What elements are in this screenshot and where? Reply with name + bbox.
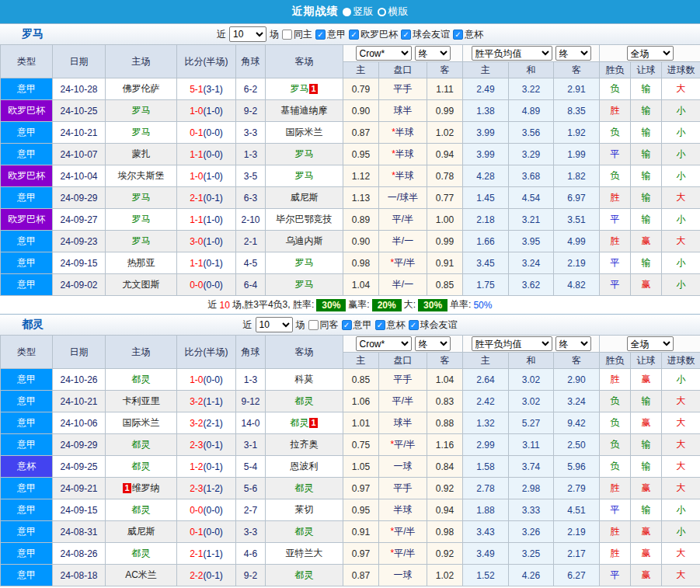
team-link[interactable]: 都灵 (132, 461, 151, 471)
score-link[interactable]: 1-1(1-0) (190, 214, 223, 225)
team-link[interactable]: 罗马 (132, 214, 151, 224)
match-count-select[interactable]: 10 (229, 26, 266, 42)
team-link[interactable]: 佛罗伦萨 (123, 83, 160, 94)
league-checkbox[interactable]: ✓意杯 (453, 28, 483, 41)
team-link[interactable]: 蒙扎 (132, 148, 151, 159)
score-link[interactable]: 1-1(0-0) (190, 149, 223, 160)
team-link[interactable]: 都灵 (295, 526, 314, 537)
score-link[interactable]: 0-1(0-0) (190, 127, 223, 138)
fulltime-select[interactable]: 全场 (627, 46, 674, 61)
team-link[interactable]: 卡利亚里 (123, 395, 160, 406)
checkbox-checked-icon[interactable]: ✓ (349, 30, 359, 40)
score-link[interactable]: 1-0(0-0) (190, 374, 223, 385)
fulltime-select[interactable]: 全场 (627, 336, 674, 351)
score-link[interactable]: 0-0(0-0) (190, 505, 223, 516)
same-venue-checkbox[interactable]: 同主 (282, 28, 312, 41)
league-label: 意杯 (387, 318, 406, 332)
radio-option-horizontal[interactable]: 横版 (378, 5, 409, 19)
score-link[interactable]: 2-2(0-1) (190, 570, 223, 581)
team-link[interactable]: 科莫 (295, 374, 314, 384)
goals-ou-cell: 小 (662, 122, 700, 144)
radio-selected-icon[interactable] (343, 8, 351, 16)
odds-final-select[interactable]: 终 (415, 46, 451, 61)
match-count-select[interactable]: 10 (256, 317, 293, 332)
radio-unselected-icon[interactable] (378, 8, 386, 16)
same-venue-checkbox[interactable]: 同客 (308, 318, 339, 332)
league-checkbox[interactable]: ✓意甲 (342, 318, 372, 332)
score-link[interactable]: 2-3(1-2) (190, 483, 223, 494)
team-link[interactable]: 维罗纳 (132, 482, 160, 493)
team-link[interactable]: 国际米兰 (286, 127, 323, 137)
team-link[interactable]: 都灵 (295, 569, 314, 580)
team-link[interactable]: 威尼斯 (127, 526, 155, 537)
league-checkbox[interactable]: ✓意杯 (375, 318, 406, 332)
team-link[interactable]: 都灵 (132, 439, 151, 450)
score-link[interactable]: 3-0(1-0) (190, 236, 223, 247)
checkbox-unchecked-icon[interactable] (282, 30, 292, 40)
corners-cell: 3-3 (236, 122, 266, 144)
league-checkbox[interactable]: ✓球会友谊 (401, 28, 450, 41)
team-link[interactable]: 国际米兰 (123, 417, 160, 428)
team-link[interactable]: 都灵 (132, 374, 151, 384)
team-link[interactable]: 都灵 (132, 548, 151, 558)
team-link[interactable]: 莱切 (295, 504, 314, 515)
checkbox-checked-icon[interactable]: ✓ (409, 320, 419, 330)
team-link[interactable]: 都灵 (132, 504, 151, 515)
avg-type-select[interactable]: 胜平负均值 (472, 46, 552, 61)
team-link[interactable]: 罗马 (295, 257, 314, 268)
team-link[interactable]: 都灵 (295, 395, 314, 406)
league-type-badge: 欧罗巴杯 (1, 100, 53, 122)
team-link[interactable]: 毕尔巴鄂竞技 (277, 214, 333, 224)
team-link[interactable]: 都灵 (290, 417, 308, 428)
score-link[interactable]: 2-1(1-1) (190, 548, 223, 559)
score-link[interactable]: 0-1(0-0) (190, 527, 223, 538)
score-link[interactable]: 1-1(0-1) (190, 258, 223, 269)
league-checkbox[interactable]: ✓球会友谊 (409, 318, 458, 332)
score-link[interactable]: 3-2(1-1) (190, 396, 223, 407)
team-link[interactable]: 罗马 (132, 192, 151, 203)
score-link[interactable]: 1-2(0-1) (190, 461, 223, 472)
checkbox-checked-icon[interactable]: ✓ (315, 30, 326, 40)
score-link[interactable]: 3-2(2-1) (190, 418, 223, 429)
avg-final-select[interactable]: 终 (555, 336, 591, 351)
team-link[interactable]: AC米兰 (125, 569, 157, 580)
team-link[interactable]: 罗马 (295, 148, 314, 159)
checkbox-unchecked-icon[interactable] (308, 320, 319, 330)
league-checkbox[interactable]: ✓欧罗巴杯 (349, 28, 398, 41)
handicap-result-cell: 输 (631, 122, 662, 144)
avg-final-select[interactable]: 终 (555, 46, 591, 61)
team-link[interactable]: 都灵 (295, 482, 314, 493)
team-link[interactable]: 罗马 (132, 235, 151, 246)
team-link[interactable]: 威尼斯 (291, 192, 319, 203)
team-link[interactable]: 基辅迪纳摩 (281, 105, 328, 116)
team-link[interactable]: 罗马 (295, 279, 314, 290)
team-link[interactable]: 热那亚 (127, 257, 155, 268)
score-link[interactable]: 2-1(0-1) (190, 193, 223, 204)
score-link[interactable]: 5-1(3-1) (190, 84, 223, 95)
team-link[interactable]: 罗马 (132, 127, 151, 137)
league-checkbox[interactable]: ✓意甲 (315, 28, 346, 41)
score-link[interactable]: 1-0(1-0) (190, 171, 223, 182)
team-link[interactable]: 罗马 (132, 105, 151, 116)
team-link[interactable]: 罗马 (290, 83, 308, 94)
radio-option-vertical[interactable]: 竖版 (343, 5, 374, 19)
halftime-score: (0-0) (204, 505, 223, 516)
team-link[interactable]: 亚特兰大 (286, 548, 323, 558)
team-link[interactable]: 乌迪内斯 (286, 235, 323, 246)
checkbox-checked-icon[interactable]: ✓ (401, 30, 411, 40)
team-link[interactable]: 罗马 (295, 170, 314, 181)
team-link[interactable]: 拉齐奥 (291, 439, 319, 450)
checkbox-checked-icon[interactable]: ✓ (342, 320, 352, 330)
score-link[interactable]: 0-0(0-0) (190, 280, 223, 291)
team-link[interactable]: 恩波利 (291, 461, 319, 471)
avg-type-select[interactable]: 胜平负均值 (472, 336, 552, 351)
checkbox-checked-icon[interactable]: ✓ (375, 320, 385, 330)
score-link[interactable]: 2-3(0-1) (190, 440, 223, 451)
checkbox-checked-icon[interactable]: ✓ (453, 30, 463, 40)
odds-final-select[interactable]: 终 (415, 336, 451, 351)
bookmaker-select[interactable]: Crow* (356, 336, 412, 351)
score-link[interactable]: 1-0(1-0) (190, 106, 223, 117)
team-link[interactable]: 尤文图斯 (123, 279, 160, 290)
bookmaker-select[interactable]: Crow* (356, 46, 412, 61)
team-link[interactable]: 埃尔夫斯堡 (118, 170, 165, 181)
